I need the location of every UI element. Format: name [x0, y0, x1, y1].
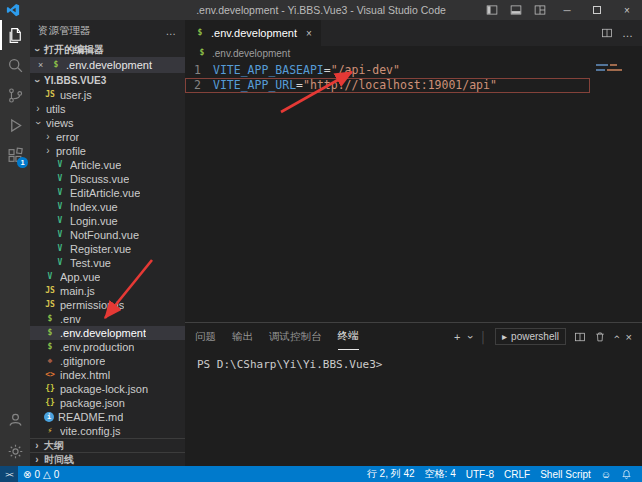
file-label: user.js [60, 89, 92, 101]
file-label: main.js [60, 285, 95, 297]
tree-item-permission.js[interactable]: JSpermission.js [30, 298, 185, 312]
problems-status[interactable]: ⊗0 △0 [18, 469, 64, 480]
tree-item-README.md[interactable]: iREADME.md [30, 410, 185, 424]
tree-item-NotFound.vue[interactable]: VNotFound.vue [30, 228, 185, 242]
encoding-setting[interactable]: UTF-8 [461, 469, 499, 480]
env-file-icon: $ [196, 49, 208, 57]
tree-item-App.vue[interactable]: VApp.vue [30, 270, 185, 284]
chevron-right-icon: › [33, 441, 41, 451]
tree-item-Index.vue[interactable]: VIndex.vue [30, 200, 185, 214]
eol-setting[interactable]: CRLF [499, 469, 535, 480]
tree-item-EditArticle.vue[interactable]: VEditArticle.vue [30, 186, 185, 200]
tree-item-Register.vue[interactable]: VRegister.vue [30, 242, 185, 256]
account-icon[interactable] [0, 404, 30, 434]
feedback-smiley-icon[interactable]: ☺ [596, 469, 616, 480]
terminal-output[interactable]: PS D:\CSharp\Yi\Yi.BBS.Vue3> [185, 350, 642, 466]
terminal-dropdown-icon[interactable]: › [464, 335, 476, 339]
env-file-icon: $ [44, 315, 56, 323]
tab-close-icon[interactable]: × [306, 28, 312, 39]
close-icon[interactable]: × [38, 60, 46, 70]
tree-item-.env.development[interactable]: $.env.development [30, 326, 185, 340]
tree-item-user.js[interactable]: JSuser.js [30, 88, 185, 102]
tree-item-.env.production[interactable]: $.env.production [30, 340, 185, 354]
code-line-2[interactable]: 2VITE_APP_URL="http://localhost:19001/ap… [185, 78, 590, 93]
tree-item-profile[interactable]: ›profile [30, 144, 185, 158]
launch-profile-button[interactable]: ▸ powershell [495, 328, 566, 345]
tree-item-.gitignore[interactable]: ◆.gitignore [30, 354, 185, 368]
file-label: vite.config.js [60, 425, 121, 437]
window-title: .env.development - Yi.BBS.Vue3 - Visual … [196, 4, 446, 16]
chevron-right-icon: › [44, 146, 52, 156]
new-terminal-icon[interactable]: + [454, 331, 460, 343]
tree-item-Article.vue[interactable]: VArticle.vue [30, 158, 185, 172]
vue-file-icon: V [54, 231, 66, 239]
panel-tab-调试控制台[interactable]: 调试控制台 [269, 323, 322, 350]
file-label: utils [46, 103, 66, 115]
extensions-badge: 1 [17, 157, 28, 168]
extensions-icon[interactable]: 1 [0, 140, 30, 170]
explorer-icon[interactable] [0, 20, 30, 50]
tree-item-error[interactable]: ›error [30, 130, 185, 144]
tree-item-package-lock.json[interactable]: {}package-lock.json [30, 382, 185, 396]
html-file-icon: <> [44, 371, 56, 379]
breadcrumb[interactable]: $ .env.development [185, 46, 642, 60]
tree-item-vite.config.js[interactable]: ⚡vite.config.js [30, 424, 185, 438]
search-icon[interactable] [0, 50, 30, 80]
kill-terminal-icon[interactable] [594, 331, 606, 343]
code-line-1[interactable]: 1VITE_APP_BASEAPI="/api-dev" [185, 63, 590, 78]
code-editor[interactable]: 1VITE_APP_BASEAPI="/api-dev"2VITE_APP_UR… [185, 60, 642, 322]
tree-item-main.js[interactable]: JSmain.js [30, 284, 185, 298]
toggle-panel-icon[interactable] [504, 0, 528, 20]
outline-section[interactable]: › 大纲 [30, 438, 185, 452]
timeline-section[interactable]: › 时间线 [30, 452, 185, 466]
tree-item-Login.vue[interactable]: VLogin.vue [30, 214, 185, 228]
split-editor-icon[interactable] [601, 27, 613, 39]
editor-tabbar: $ .env.development × … [185, 20, 642, 46]
remote-indicator[interactable]: >< [0, 466, 18, 482]
tree-item-Test.vue[interactable]: VTest.vue [30, 256, 185, 270]
file-label: Register.vue [70, 243, 131, 255]
toggle-sidebar-icon[interactable] [480, 0, 504, 20]
panel-tab-问题[interactable]: 问题 [195, 323, 216, 350]
warning-icon: △ [43, 469, 51, 480]
language-mode[interactable]: Shell Script [535, 469, 596, 480]
maximize-button[interactable] [582, 0, 612, 20]
minimize-button[interactable]: ─ [552, 0, 582, 20]
source-control-icon[interactable] [0, 80, 30, 110]
tree-item-views[interactable]: ›views [30, 116, 185, 130]
open-editor-item[interactable]: × $ .env.development [30, 57, 185, 73]
chevron-right-icon: › [44, 132, 52, 142]
panel-tab-终端[interactable]: 终端 [338, 323, 359, 350]
more-actions-icon[interactable]: … [622, 27, 633, 39]
panel-tab-输出[interactable]: 输出 [232, 323, 253, 350]
project-root-header[interactable]: › YI.BBS.VUE3 [30, 73, 185, 88]
close-panel-icon[interactable]: × [626, 331, 632, 343]
vue-file-icon: V [54, 189, 66, 197]
settings-gear-icon[interactable] [0, 436, 30, 466]
run-debug-icon[interactable] [0, 110, 30, 140]
line-number: 1 [185, 63, 201, 78]
json-file-icon: {} [44, 399, 56, 407]
close-button[interactable]: × [612, 0, 642, 20]
vscode-logo-icon [6, 3, 20, 17]
split-terminal-icon[interactable] [574, 331, 586, 343]
tree-item-utils[interactable]: ›utils [30, 102, 185, 116]
explorer-sidebar: 资源管理器 … › 打开的编辑器 × $ .env.development › … [30, 20, 185, 466]
minimap[interactable] [596, 64, 634, 74]
tree-item-.env[interactable]: $.env [30, 312, 185, 326]
tree-item-Discuss.vue[interactable]: VDiscuss.vue [30, 172, 185, 186]
env-value: "http://localhost:19001/api" [303, 78, 497, 93]
customize-layout-icon[interactable] [528, 0, 552, 20]
indentation-setting[interactable]: 空格: 4 [420, 467, 461, 481]
tree-item-package.json[interactable]: {}package.json [30, 396, 185, 410]
maximize-panel-icon[interactable]: › [610, 335, 622, 339]
sidebar-actions-icon[interactable]: … [166, 25, 178, 37]
env-file-icon: $ [44, 329, 56, 337]
editor-tab-env-development[interactable]: $ .env.development × [185, 20, 321, 46]
tree-item-index.html[interactable]: <>index.html [30, 368, 185, 382]
cursor-position[interactable]: 行 2, 列 42 [362, 467, 420, 481]
open-editors-header[interactable]: › 打开的编辑器 [30, 42, 185, 57]
bottom-panel: 问题输出调试控制台终端 + › │ ▸ powershell › [185, 322, 642, 466]
chevron-down-icon: › [33, 119, 43, 127]
notifications-bell-icon[interactable] [616, 469, 637, 480]
